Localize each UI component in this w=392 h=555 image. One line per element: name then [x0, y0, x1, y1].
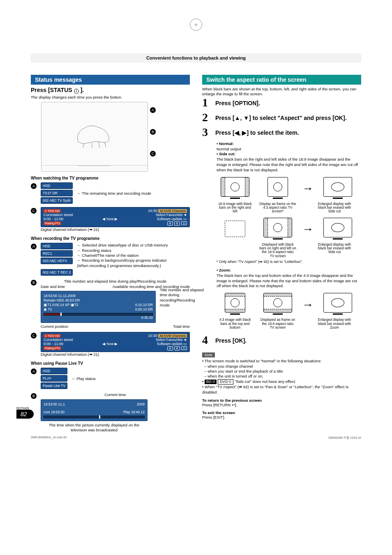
step-4-num: 4	[202, 334, 211, 346]
d2-captions: Displayed with black bars on right and l…	[217, 243, 361, 258]
letter-a-icon: A	[31, 183, 37, 189]
channel-chip: 1 TEN HD	[44, 209, 61, 213]
arrow-icon-3: →	[302, 298, 314, 311]
breadcrumb: Convenient functions to playback and vie…	[31, 53, 361, 62]
d2-c1	[217, 243, 254, 258]
rec-b-t1: ▣T1 0:05.14 XP ▣T2	[44, 303, 78, 307]
bdv-badge: BD-V	[205, 380, 217, 385]
recording-a-labels: ← Selected drive status/type of disc or …	[77, 243, 171, 268]
return-body: Press [RETURN ↩].	[202, 403, 361, 407]
step-1-text: Press [OPTION].	[215, 97, 260, 107]
page-footer: RQT9428 82	[16, 407, 34, 419]
doc-footer-line: DMR-BW850GL_en.indb 82 2009/04/08 午前 10:…	[31, 436, 361, 440]
step-2: 2 Press [▲, ▼] to select "Aspect" and pr…	[202, 112, 361, 123]
pause-progress-marker	[99, 415, 100, 419]
rec-b-top: 18:53:50 11.11.2009	[44, 294, 153, 298]
rec-programme-name: Corontation street	[44, 338, 73, 342]
d3-tv1	[217, 293, 254, 316]
rec-b-datetime-label: Date and time	[41, 284, 65, 289]
step-4-text: Press [OK].	[215, 334, 247, 344]
pause-b-topr: 2009	[137, 402, 145, 407]
watching-panel-c-row: C 1 TEN HD 10:30 All DVB Channels Coront…	[31, 207, 190, 232]
favourites-label: Select Favourites ★	[156, 213, 187, 217]
d2-tv3	[319, 218, 356, 241]
rec-channel-time: 10:30	[148, 334, 157, 338]
rec-a-r1: ← Recording status	[77, 248, 171, 253]
sidecut-title: Side cut:	[219, 152, 235, 156]
now-indicator: ◀ Now ▶	[102, 217, 118, 221]
page-container: Convenient functions to playback and vie…	[0, 0, 392, 456]
rec-a-l3: 023 ABC HDTV	[41, 258, 73, 264]
press-status-desc: The display changes each time you press …	[31, 95, 190, 100]
arrow-icon: →	[302, 182, 314, 195]
exit-screen-block: To exit the screen Press [EXIT].	[202, 410, 361, 419]
note-0: The screen mode is switched to "Normal" …	[205, 359, 322, 363]
recording-a-boxes: HDD REC1 023 ABC HDTV 002 ABC T REC 2	[41, 243, 73, 276]
watching-heading: When watching the TV programme	[31, 176, 190, 180]
d3-c3: Enlarged display with black bar erased w…	[316, 318, 353, 329]
left-column: Status messages Press [STATUS i ]. The d…	[31, 75, 190, 435]
press-status-text-2: ].	[81, 87, 84, 93]
rec-digital-channel-info-label: Digital channel information (➡ 21)	[41, 352, 190, 357]
pause-panel-a-row: A HDD PLAY Pause Live TV ← Play status	[31, 368, 190, 390]
notes-block: • The screen mode is switched to "Normal…	[202, 359, 361, 395]
rec-channel-chip: 1 TEN HD	[44, 334, 61, 338]
zoom-title: Zoom:	[219, 268, 231, 272]
pause-a-l1: HDD	[41, 368, 67, 374]
recording-heading: When recording the TV programme	[31, 236, 190, 241]
normal-title: Normal:	[219, 141, 234, 146]
arrow-icon-2: →	[302, 223, 314, 236]
aspect-intro: When black bars are shown at the top, bo…	[202, 87, 361, 97]
step-2-text: Press [▲, ▼] to select "Aspect" and pres…	[215, 112, 347, 122]
rec-a-r0: ← Selected drive status/type of disc or …	[77, 243, 171, 248]
zoom-section: • Zoom: The black bars on the top and bo…	[217, 268, 361, 289]
progress-marker	[60, 313, 62, 316]
rec-b-total: 0:35.32	[44, 315, 153, 320]
channel-group: All DVB Channels	[158, 209, 187, 213]
tvaspect-note: When "TV Aspect" (➡ 92) is set to "Pan &…	[202, 385, 348, 394]
letterbox-footnote: * Only when "TV Aspect" (➡ 92) is set to…	[217, 260, 361, 264]
watching-a-line2: 73:27 DR	[41, 190, 73, 196]
return-screen-block: To return to the previous screen Press […	[202, 398, 361, 407]
pause-letter-b-icon: B	[31, 393, 37, 399]
sidecut-section: • Side cut: The black bars on the right …	[217, 152, 361, 173]
rec-letter-a-icon: A	[31, 244, 37, 249]
d1-tv1	[217, 177, 254, 200]
status-messages-heading: Status messages	[31, 75, 190, 85]
return-title: To return to the previous screen	[202, 398, 361, 403]
note-3: – when the unit is turned off or on.	[204, 374, 263, 378]
recording-b-panel: 18:53:50 11.11.2009 Remain HDD 45:53 DR …	[41, 291, 156, 323]
watching-a-line3: 002 ABC TV Sydn	[41, 197, 73, 204]
page-number: 82	[16, 410, 34, 419]
digital-channel-info-label: Digital channel information (➡ 21)	[41, 227, 190, 232]
d1-tv2	[259, 177, 296, 200]
pause-a-boxes: HDD PLAY Pause Live TV	[41, 368, 67, 390]
step-1-num: 1	[202, 97, 211, 108]
rec-b-t2r: 0:00.10 DR	[135, 307, 153, 312]
pause-panel-b-row: B Current time 18:53:50 11.1 2009 Live 1…	[31, 392, 190, 433]
d2-c2: Displayed with black bars on right and l…	[259, 243, 296, 258]
rec-a-r3: ← Recording in background/copy progress …	[77, 258, 171, 268]
progress-fill	[44, 313, 60, 315]
pause-progress-bar	[44, 416, 145, 418]
doc-file-right: 2009/04/08 午前 10:01:22	[328, 436, 361, 440]
rec-b-t2: ◉ T2	[44, 307, 52, 312]
two-column-layout: Status messages Press [STATUS i ]. The d…	[31, 75, 361, 435]
d1-captions: 16:9 image with black bars on the right …	[217, 202, 361, 214]
pause-a-l2: PLAY	[41, 375, 67, 382]
letter-c-icon: C	[31, 208, 37, 214]
pause-b-topl: 18:53:50 11.1	[44, 402, 65, 407]
d3-tv3	[319, 293, 356, 316]
sidecut-diagram-2: →	[217, 218, 361, 241]
d2-tv1	[217, 221, 254, 238]
pause-b-play: Play 18:40.12	[123, 410, 145, 415]
rec-rating-chip: Rating:PG	[44, 346, 61, 350]
pause-a-l3: Pause Live TV	[41, 382, 67, 389]
rec-a-l4: 002 ABC T REC 2	[41, 269, 73, 276]
press-status-heading: Press [STATUS i ].	[31, 87, 190, 94]
step-3: 3 Press [◀, ▶] to select the item.	[202, 127, 361, 138]
step-4: 4 Press [OK].	[202, 334, 361, 346]
exit-body: Press [EXIT].	[202, 415, 361, 419]
rec-favourites-label: Select Favourites ★	[156, 338, 187, 342]
recording-channel-info-panel: 1 TEN HD 10:30 All DVB Channels Corontat…	[41, 332, 190, 352]
